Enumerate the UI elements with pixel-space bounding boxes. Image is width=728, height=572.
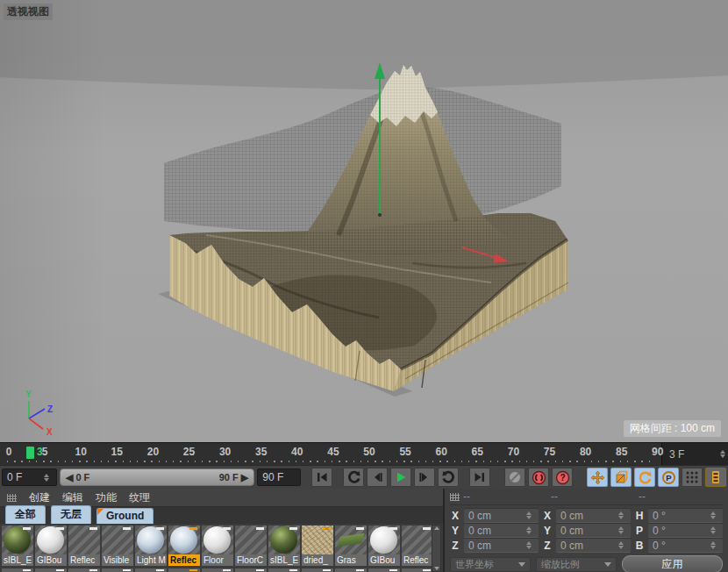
- viewport-title[interactable]: 透视视图: [4, 4, 53, 20]
- material-thumbnail[interactable]: [102, 526, 133, 554]
- tab-all[interactable]: 全部: [5, 505, 46, 524]
- material-scrollbar[interactable]: [432, 525, 441, 572]
- material-thumbnail[interactable]: [335, 526, 367, 554]
- material-item[interactable]: Reflec: [168, 526, 200, 567]
- goto-end-button[interactable]: [469, 468, 490, 487]
- coord-value-field[interactable]: 0 °: [648, 508, 723, 523]
- material-item[interactable]: FloorC: [235, 526, 267, 567]
- coord-value-field[interactable]: 0 cm: [556, 538, 631, 553]
- value-stepper[interactable]: [710, 541, 716, 549]
- material-thumbnail[interactable]: [135, 526, 167, 554]
- range-end-field[interactable]: 90 F: [257, 468, 301, 486]
- material-thumbnail[interactable]: [302, 526, 333, 554]
- material-item[interactable]: Reflec: [402, 526, 433, 567]
- material-name[interactable]: FloorC: [235, 554, 267, 566]
- coord-value-field[interactable]: 0 cm: [464, 523, 539, 538]
- key-position-button[interactable]: [587, 468, 608, 487]
- coord-value-field[interactable]: 0 cm: [556, 523, 631, 538]
- material-thumbnail[interactable]: [35, 526, 67, 554]
- tick-label: 60: [436, 446, 447, 458]
- panel-drag-handle-icon[interactable]: [7, 494, 17, 502]
- material-item[interactable]: dried_: [302, 526, 333, 567]
- material-item[interactable]: Gras: [335, 526, 367, 567]
- goto-start-button[interactable]: [311, 468, 332, 487]
- value-stepper[interactable]: [710, 526, 716, 534]
- coord-value-field[interactable]: 0 °: [648, 523, 723, 538]
- preview-range-slider[interactable]: ◀ 0 F 90 F ▶: [60, 468, 254, 486]
- scroll-up-icon[interactable]: [434, 526, 439, 530]
- keyframe-selection-button[interactable]: [705, 468, 726, 487]
- coords-drag-handle-icon[interactable]: [450, 493, 460, 501]
- scale-mode-dropdown[interactable]: 缩放比例: [536, 557, 617, 572]
- coordinate-system-dropdown[interactable]: 世界坐标: [450, 557, 531, 572]
- material-name[interactable]: Reflec: [68, 554, 100, 566]
- menu-edit[interactable]: 编辑: [62, 490, 83, 505]
- frame-stepper[interactable]: [720, 450, 725, 458]
- material-item[interactable]: Visible: [102, 526, 133, 567]
- value-stepper[interactable]: [618, 511, 624, 519]
- record-keyframe-button[interactable]: [528, 468, 549, 487]
- apply-button[interactable]: 应用: [622, 555, 723, 572]
- key-rotation-button[interactable]: [634, 468, 655, 487]
- coord-value-field[interactable]: 0 cm: [464, 508, 539, 523]
- material-name[interactable]: GIBou: [35, 554, 67, 566]
- material-name[interactable]: Visible: [102, 554, 133, 566]
- previous-frame-button[interactable]: [367, 468, 388, 487]
- value-stepper[interactable]: [710, 511, 716, 519]
- autokey-help-button[interactable]: ?: [552, 468, 573, 487]
- value-stepper[interactable]: [526, 541, 532, 549]
- material-thumbnail[interactable]: [402, 526, 433, 554]
- key-pla-button[interactable]: [682, 468, 703, 487]
- material-item[interactable]: Floor: [202, 526, 233, 567]
- material-thumbnail[interactable]: [368, 526, 400, 554]
- range-start-field[interactable]: 0 F: [2, 468, 57, 486]
- material-name[interactable]: Reflec: [402, 554, 433, 566]
- material-thumbnail[interactable]: [168, 526, 200, 554]
- material-thumbnail[interactable]: [202, 526, 233, 554]
- scroll-down-icon[interactable]: [434, 567, 439, 570]
- coord-value-field[interactable]: 0 cm: [556, 508, 631, 523]
- menu-create[interactable]: 创建: [29, 490, 50, 505]
- coord-value-field[interactable]: 0 cm: [464, 538, 539, 553]
- menu-function[interactable]: 功能: [96, 490, 117, 505]
- value-stepper[interactable]: [618, 541, 624, 549]
- material-item[interactable]: GIBou: [35, 526, 67, 567]
- value-stepper[interactable]: [526, 526, 532, 534]
- goto-frame-field[interactable]: 3 F: [661, 443, 728, 465]
- playhead[interactable]: [26, 447, 34, 459]
- perspective-viewport[interactable]: Y Z X 透视视图 网格间距 : 100 cm: [0, 0, 728, 442]
- play-button[interactable]: [390, 468, 411, 487]
- key-parameter-button[interactable]: P: [658, 468, 679, 487]
- next-key-button[interactable]: [438, 468, 459, 487]
- material-thumbnail[interactable]: [68, 526, 100, 554]
- material-item[interactable]: sIBL_E: [268, 526, 300, 567]
- next-frame-button[interactable]: [414, 468, 435, 487]
- material-name[interactable]: dried_: [302, 554, 333, 566]
- material-name[interactable]: sIBL_E: [2, 554, 33, 566]
- material-thumbnail[interactable]: [268, 526, 300, 554]
- material-name[interactable]: Floor: [202, 554, 233, 566]
- tab-ground[interactable]: Ground: [96, 508, 153, 524]
- material-item[interactable]: Light M: [135, 526, 167, 567]
- material-name[interactable]: GIBou: [368, 554, 400, 566]
- material-thumbnail[interactable]: [235, 526, 267, 554]
- material-name[interactable]: Light M: [135, 554, 167, 566]
- range-start-stepper[interactable]: [44, 474, 49, 482]
- range-slider-left: ◀ 0 F: [66, 472, 89, 483]
- material-item[interactable]: Reflec: [68, 526, 100, 567]
- material-name[interactable]: Gras: [335, 554, 367, 566]
- menu-texture[interactable]: 纹理: [129, 490, 150, 505]
- key-scale-button[interactable]: [610, 468, 632, 487]
- material-thumbnail[interactable]: [2, 526, 33, 554]
- material-name[interactable]: Reflec: [168, 554, 200, 566]
- value-stepper[interactable]: [526, 511, 532, 519]
- material-name[interactable]: sIBL_E: [268, 554, 300, 566]
- value-stepper[interactable]: [618, 526, 624, 534]
- record-disabled-button[interactable]: [504, 468, 525, 487]
- timeline-ruler[interactable]: 3 3 F 0510152025303540455055606570758085…: [0, 442, 728, 465]
- material-item[interactable]: sIBL_E: [2, 526, 33, 567]
- previous-key-button[interactable]: [343, 468, 364, 487]
- material-item[interactable]: GIBou: [368, 526, 400, 567]
- tab-no-layer[interactable]: 无层: [51, 505, 91, 524]
- coord-value-field[interactable]: 0 °: [648, 538, 723, 553]
